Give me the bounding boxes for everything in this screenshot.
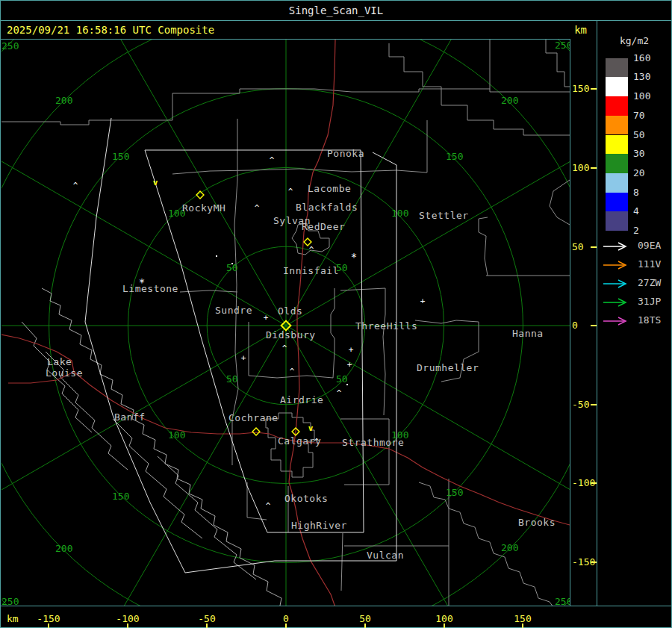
bottom-axis-tick [444, 624, 445, 628]
right-axis-tick [591, 246, 597, 248]
asterisk-marker: * [139, 276, 145, 288]
right-axis-tick-label: 50 [572, 241, 584, 253]
station-arrow-icon [602, 316, 632, 326]
scale-swatch [606, 173, 628, 193]
dot-marker [346, 384, 348, 385]
station-id: 09EA [638, 240, 661, 251]
ring-distance-label: 250 [1, 40, 19, 52]
city-label-sundre: Sundre [215, 305, 252, 316]
bottom-axis-tick-label: -50 [198, 613, 215, 624]
ring-distance-label: 200 [501, 542, 518, 553]
bottom-axis-tick [522, 624, 523, 628]
city-label-didsbury: Didsbury [266, 329, 316, 341]
right-axis-tick [591, 167, 597, 169]
radial-line [286, 326, 570, 550]
ring-distance-label: 150 [112, 151, 129, 162]
bottom-axis-tick-label: 100 [435, 613, 452, 624]
dot-marker [231, 263, 233, 264]
caret-marker: ^ [255, 203, 260, 213]
page-title: Single_Scan_VIL [289, 4, 383, 16]
right-axis-unit-label: km [574, 24, 587, 36]
plus-marker: + [241, 353, 246, 363]
app-window: Single_Scan_VIL 2025/09/21 16:58:16 UTC … [0, 0, 672, 628]
city-label-louise: Louise [46, 367, 83, 379]
bottom-axis-tick [48, 624, 49, 628]
map-panel[interactable]: 2502001501005025020015010050250200150100… [1, 40, 570, 606]
city-label-drumheller: Drumheller [417, 362, 479, 373]
station-legend-row: 111V [602, 259, 632, 270]
bottom-axis-unit: km [7, 613, 19, 624]
ring-distance-label: 150 [446, 487, 463, 498]
caret-marker: ^ [290, 367, 295, 376]
legend-panel: kg/m2 16013010070503020842 09EA111V27ZW3… [597, 21, 671, 606]
scale-value: 100 [633, 90, 650, 102]
city-label-lake: Lake [47, 356, 72, 367]
scale-value: 30 [633, 148, 645, 160]
yellow-arrow-marker: v [308, 423, 314, 433]
right-axis-tick [591, 482, 597, 484]
scale-swatch [606, 211, 628, 231]
ring-distance-label: 200 [501, 95, 518, 106]
caret-marker: ^ [309, 245, 314, 255]
asterisk-marker: * [351, 251, 357, 263]
scale-swatch [606, 116, 628, 135]
scale-swatch [606, 193, 628, 212]
station-id: 18TS [638, 315, 661, 326]
bottom-axis-tick-label: 50 [359, 613, 371, 624]
scale-value: 160 [633, 52, 650, 64]
city-label-blackfalds: Blackfalds [296, 202, 358, 213]
station-arrow-icon [602, 279, 632, 289]
scale-value: 8 [633, 187, 639, 199]
scale-value: 20 [633, 167, 645, 179]
city-label-limestone: Limestone [122, 283, 178, 294]
scale-swatch [606, 154, 628, 173]
city-label-cochrane: Cochrane [228, 412, 279, 423]
city-label-stettler: Stettler [419, 210, 469, 221]
bottom-axis-tick-label: 150 [514, 613, 531, 624]
ring-distance-label: 250 [1, 596, 19, 606]
info-bar: 2025/09/21 16:58:16 UTC Composite km [1, 21, 596, 39]
city-label-airdrie: Airdrie [280, 394, 323, 405]
ring-distance-label: 150 [112, 491, 129, 502]
title-bar: Single_Scan_VIL [1, 1, 671, 21]
station-id: 31JP [638, 296, 661, 307]
radar-map-canvas[interactable]: 2502001501005025020015010050250200150100… [1, 40, 570, 606]
scale-swatch [606, 96, 628, 116]
yellow-arrow-marker: v [153, 178, 158, 187]
right-axis-tick [591, 325, 597, 326]
station-arrow-icon [602, 297, 632, 308]
city-label-highriver: HighRiver [291, 520, 347, 531]
caret-marker: ^ [337, 388, 342, 398]
ring-distance-label: 50 [226, 373, 238, 385]
city-label-hanna: Hanna [512, 328, 544, 339]
city-label-vulcan: Vulcan [367, 550, 404, 561]
scale-value: 70 [633, 110, 645, 122]
plus-marker: + [264, 313, 269, 323]
ring-distance-label: 200 [55, 543, 72, 554]
right-axis-tick [591, 562, 597, 563]
station-legend-row: 27ZW [602, 278, 632, 288]
bottom-axis-tick-label: -100 [116, 613, 139, 624]
bottom-axis-tick [364, 624, 366, 628]
city-label-olds: Olds [278, 305, 302, 317]
radar-site-marker [252, 428, 260, 435]
ring-distance-label: 100 [391, 208, 408, 219]
city-label-okotoks: Okotoks [284, 493, 328, 504]
scale-value: 2 [633, 225, 639, 237]
ring-distance-label: 150 [446, 151, 463, 162]
ring-distance-label: 250 [555, 40, 570, 51]
bottom-axis-tick [127, 624, 128, 628]
city-label-rockymh: RockyMH [182, 202, 225, 214]
bottom-axis-tick [285, 624, 287, 628]
scale-swatch [606, 58, 628, 78]
station-arrow-icon [602, 260, 632, 270]
station-id: 111V [638, 259, 661, 270]
plus-marker: + [347, 360, 352, 370]
station-legend-row: 31JP [602, 296, 632, 307]
caret-marker: ^ [266, 501, 271, 511]
right-axis-tick-label: 150 [572, 83, 589, 95]
scale-swatch [606, 77, 628, 96]
bottom-axis: km -150-100-50050100150 [1, 606, 671, 627]
station-legend-row: 09EA [602, 240, 632, 251]
bottom-axis-tick-label: -150 [37, 613, 60, 624]
